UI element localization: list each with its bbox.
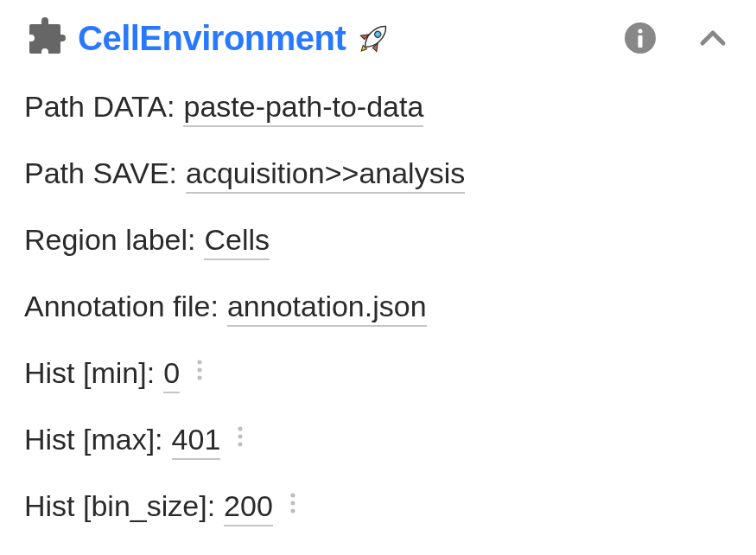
info-icon[interactable] <box>623 21 658 55</box>
region-label-input[interactable]: Cells <box>204 223 270 260</box>
svg-point-6 <box>198 376 202 380</box>
field-hist-bin-size: Hist [bin_size]: 200 <box>24 489 732 526</box>
field-hist-max: Hist [max]: 401 <box>24 423 732 460</box>
hist-min-input[interactable]: 0 <box>163 356 180 393</box>
path-save-input[interactable]: acquisition>>analysis <box>186 156 465 194</box>
field-path-save: Path SAVE: acquisition>>analysis <box>24 156 732 194</box>
panel-header: CellEnvironment <box>24 17 732 59</box>
hist-bin-size-input[interactable]: 200 <box>224 489 273 526</box>
field-label: Path SAVE: <box>24 156 177 190</box>
field-label: Region label: <box>24 223 195 257</box>
rocket-icon[interactable] <box>356 20 392 56</box>
field-path-data: Path DATA: paste-path-to-data <box>24 90 732 127</box>
hist-max-input[interactable]: 401 <box>172 423 221 460</box>
more-options-icon[interactable] <box>232 424 248 450</box>
annotation-file-input[interactable]: annotation.json <box>227 290 427 327</box>
path-data-input[interactable]: paste-path-to-data <box>183 90 423 127</box>
svg-point-2 <box>638 29 643 34</box>
panel-title: CellEnvironment <box>78 19 346 58</box>
chevron-up-icon[interactable] <box>694 19 732 57</box>
puzzle-icon <box>24 17 66 59</box>
field-label: Hist [max]: <box>24 423 163 456</box>
field-region-label: Region label: Cells <box>24 223 732 260</box>
field-annotation-file: Annotation file: annotation.json <box>24 290 732 327</box>
more-options-icon[interactable] <box>192 357 207 383</box>
field-label: Annotation file: <box>24 290 219 323</box>
field-hist-min: Hist [min]: 0 <box>24 356 732 393</box>
more-options-icon[interactable] <box>285 490 301 516</box>
svg-point-7 <box>238 427 243 431</box>
field-label: Hist [min]: <box>24 356 155 390</box>
svg-point-12 <box>290 509 295 514</box>
field-label: Path DATA: <box>24 90 175 124</box>
svg-point-4 <box>198 360 202 365</box>
svg-point-5 <box>198 368 202 373</box>
svg-point-10 <box>290 494 295 498</box>
svg-point-9 <box>238 443 243 447</box>
field-label: Hist [bin_size]: <box>24 489 215 523</box>
svg-rect-3 <box>638 35 643 48</box>
svg-point-11 <box>290 501 295 506</box>
svg-point-8 <box>238 435 243 439</box>
